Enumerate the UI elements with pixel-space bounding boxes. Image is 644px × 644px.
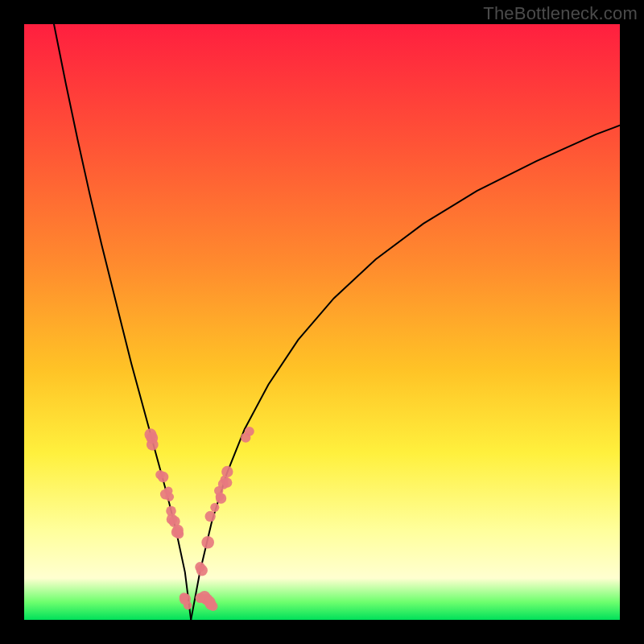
data-point <box>196 564 208 576</box>
plot-area <box>24 24 620 620</box>
data-point <box>210 503 219 512</box>
data-point <box>204 597 215 608</box>
curve-right-curve <box>191 126 620 620</box>
data-point <box>144 428 156 440</box>
markers-group <box>144 427 254 611</box>
data-point <box>165 493 174 502</box>
watermark-text: TheBottleneck.com <box>483 3 638 24</box>
data-point <box>167 514 178 525</box>
plot-svg <box>24 24 620 620</box>
chart-frame: TheBottleneck.com <box>0 0 644 644</box>
data-point <box>180 592 189 602</box>
curves-group <box>54 24 620 620</box>
data-point <box>201 536 214 549</box>
data-point <box>205 511 216 522</box>
data-point <box>245 427 254 436</box>
data-point <box>172 525 184 536</box>
data-point <box>222 477 232 487</box>
data-point <box>155 470 164 479</box>
curve-left-curve <box>54 24 191 620</box>
data-point <box>214 486 223 495</box>
